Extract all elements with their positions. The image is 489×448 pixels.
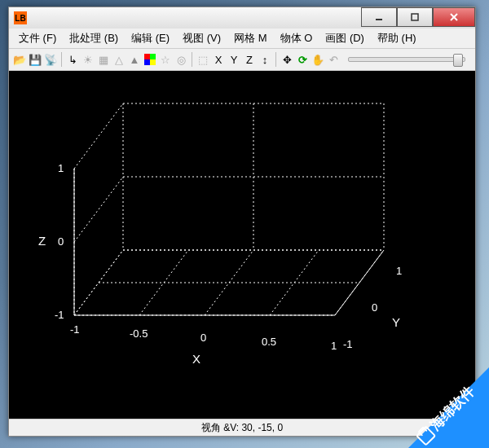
target-icon[interactable]: ◎ (174, 52, 188, 67)
x-tick: 0 (200, 332, 206, 344)
menubar: 文件 (F) 批处理 (B) 编辑 (E) 视图 (V) 网格 M 物体 O 画… (9, 29, 475, 48)
menu-grid[interactable]: 网格 M (227, 29, 273, 47)
toolbar: 📂 💾 📡 ↳ ☀ ▦ △ ▲ ☆ ◎ ⬚ X Y Z ↕ ✥ ⟳ ✋ ↶ (9, 48, 475, 71)
open-icon[interactable]: 📂 (12, 52, 27, 67)
svg-line-15 (74, 177, 123, 242)
rotate-x-icon[interactable]: X (211, 52, 226, 67)
menu-edit[interactable]: 编辑 (E) (125, 29, 176, 47)
z-tick: -1 (55, 309, 64, 321)
slider-thumb[interactable] (453, 54, 463, 67)
svg-rect-1 (412, 14, 418, 20)
maximize-button[interactable] (397, 7, 433, 27)
rotate-z-icon[interactable]: Z (242, 52, 257, 67)
menu-batch[interactable]: 批处理 (B) (63, 29, 125, 47)
z-tick: 1 (58, 162, 64, 174)
select-icon[interactable]: ⬚ (196, 52, 210, 67)
app-window: LB 文件 (F) 批处理 (B) 编辑 (E) 视图 (V) 网格 M 物体 … (8, 7, 476, 437)
separator (61, 52, 62, 67)
hand-icon[interactable]: ✋ (311, 52, 325, 67)
x-tick: 1 (331, 340, 337, 352)
titlebar[interactable]: LB (9, 7, 475, 29)
z-axis-label: Z (38, 234, 46, 248)
z-tick: 0 (58, 235, 64, 248)
y-tick: 1 (396, 265, 402, 277)
svg-rect-6 (144, 59, 150, 65)
x-tick: -1 (70, 323, 80, 336)
svg-rect-7 (150, 59, 156, 65)
svg-rect-4 (144, 54, 150, 59)
app-icon: LB (14, 11, 27, 24)
move-icon[interactable]: ✥ (280, 52, 294, 67)
y-tick: 0 (372, 301, 377, 314)
light-icon[interactable]: ☀ (81, 52, 95, 67)
antenna-icon[interactable]: 📡 (43, 52, 58, 67)
x-tick: -0.5 (130, 327, 148, 340)
menu-file[interactable]: 文件 (F) (12, 29, 63, 47)
y-axis-label: Y (392, 315, 400, 329)
status-text: 视角 &V: 30, -15, 0 (201, 421, 283, 435)
window-controls (361, 7, 475, 27)
grid-icon[interactable]: ▦ (96, 52, 111, 67)
svg-rect-5 (150, 54, 156, 59)
rotate-free-icon[interactable]: ↕ (258, 52, 272, 67)
viewport-3d[interactable]: 1 0 -1 Z -1 -0.5 0 0.5 1 X -1 0 1 Y (9, 71, 475, 419)
svg-line-14 (74, 103, 123, 169)
menu-draw[interactable]: 画图 (D) (319, 29, 371, 47)
minimize-button[interactable] (361, 7, 397, 27)
x-axis-label: X (192, 352, 200, 366)
statusbar: 视角 &V: 30, -15, 0 (9, 419, 475, 436)
close-button[interactable] (433, 7, 475, 27)
y-tick: -1 (343, 338, 353, 350)
menu-help[interactable]: 帮助 (H) (371, 29, 423, 47)
star-icon[interactable]: ☆ (158, 52, 173, 67)
axis-icon[interactable]: ↳ (65, 52, 80, 67)
x-tick: 0.5 (262, 336, 276, 348)
zoom-slider[interactable] (348, 57, 465, 62)
separator (192, 52, 192, 67)
menu-object[interactable]: 物体 O (274, 29, 319, 47)
rotate-y-icon[interactable]: Y (227, 52, 241, 67)
undo-icon[interactable]: ↶ (326, 52, 341, 67)
save-icon[interactable]: 💾 (28, 52, 42, 67)
menu-view[interactable]: 视图 (V) (176, 29, 227, 47)
rotate-icon[interactable]: ⟳ (295, 52, 310, 67)
separator (275, 52, 276, 67)
shade-icon[interactable]: ▲ (127, 52, 142, 67)
colormap-icon[interactable] (143, 52, 157, 67)
wireframe-icon[interactable]: △ (112, 52, 126, 67)
